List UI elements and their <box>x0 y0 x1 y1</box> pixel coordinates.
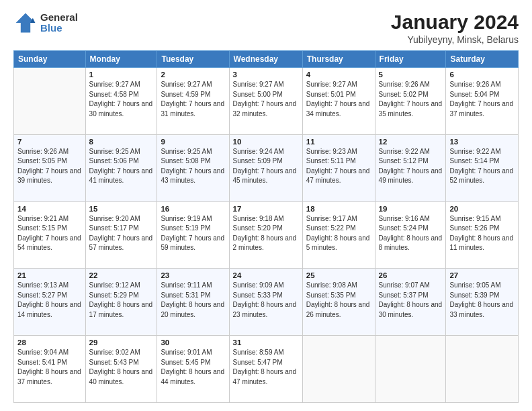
day-number: 21 <box>17 271 82 279</box>
day-detail: Sunrise: 9:22 AM Sunset: 5:12 PM Dayligh… <box>379 147 443 186</box>
sunrise-text: Sunrise: 9:27 AM <box>233 81 284 88</box>
table-row: 11 Sunrise: 9:23 AM Sunset: 5:11 PM Dayl… <box>302 134 375 201</box>
table-row <box>375 336 446 403</box>
day-detail: Sunrise: 9:21 AM Sunset: 5:15 PM Dayligh… <box>17 214 82 253</box>
header-monday: Monday <box>85 51 157 68</box>
sunset-text: Sunset: 5:31 PM <box>161 291 210 299</box>
day-number: 5 <box>379 71 443 79</box>
sunrise-text: Sunrise: 9:13 AM <box>17 281 69 289</box>
sunset-text: Sunset: 5:35 PM <box>306 291 356 299</box>
table-row: 13 Sunrise: 9:22 AM Sunset: 5:14 PM Dayl… <box>446 134 519 201</box>
day-detail: Sunrise: 9:26 AM Sunset: 5:02 PM Dayligh… <box>379 80 443 119</box>
daylight-text: Daylight: 7 hours and 59 minutes. <box>161 234 224 252</box>
sunrise-text: Sunrise: 9:08 AM <box>306 281 357 289</box>
day-detail: Sunrise: 9:05 AM Sunset: 5:39 PM Dayligh… <box>449 281 515 320</box>
day-detail: Sunrise: 9:17 AM Sunset: 5:22 PM Dayligh… <box>306 214 371 253</box>
table-row: 12 Sunrise: 9:22 AM Sunset: 5:12 PM Dayl… <box>375 134 446 201</box>
day-detail: Sunrise: 9:25 AM Sunset: 5:06 PM Dayligh… <box>89 147 154 186</box>
sunrise-text: Sunrise: 9:22 AM <box>379 148 430 155</box>
sunrise-text: Sunrise: 9:25 AM <box>161 148 212 155</box>
daylight-text: Daylight: 8 hours and 30 minutes. <box>379 301 443 318</box>
daylight-text: Daylight: 8 hours and 2 minutes. <box>233 234 297 252</box>
daylight-text: Daylight: 8 hours and 23 minutes. <box>233 301 297 318</box>
table-row: 31 Sunrise: 8:59 AM Sunset: 5:47 PM Dayl… <box>229 336 302 403</box>
sunset-text: Sunset: 5:22 PM <box>306 224 356 232</box>
daylight-text: Daylight: 7 hours and 49 minutes. <box>379 167 443 185</box>
table-row <box>446 336 519 403</box>
page: General Blue January 2024 Yubilyeyny, Mi… <box>0 0 532 411</box>
table-row: 25 Sunrise: 9:08 AM Sunset: 5:35 PM Dayl… <box>302 269 375 336</box>
table-row: 9 Sunrise: 9:25 AM Sunset: 5:08 PM Dayli… <box>157 134 229 201</box>
day-detail: Sunrise: 9:07 AM Sunset: 5:37 PM Dayligh… <box>379 281 443 320</box>
day-detail: Sunrise: 9:27 AM Sunset: 4:59 PM Dayligh… <box>161 80 225 119</box>
daylight-text: Daylight: 8 hours and 40 minutes. <box>89 368 153 385</box>
sunset-text: Sunset: 5:27 PM <box>17 291 67 299</box>
sunrise-text: Sunrise: 9:23 AM <box>306 148 357 155</box>
day-number: 1 <box>89 71 154 79</box>
day-detail: Sunrise: 9:20 AM Sunset: 5:17 PM Dayligh… <box>89 214 154 253</box>
daylight-text: Daylight: 7 hours and 41 minutes. <box>89 167 153 185</box>
table-row: 28 Sunrise: 9:04 AM Sunset: 5:41 PM Dayl… <box>14 336 86 403</box>
sunrise-text: Sunrise: 9:04 AM <box>17 349 69 356</box>
daylight-text: Daylight: 7 hours and 34 minutes. <box>306 100 370 118</box>
day-number: 17 <box>233 205 299 213</box>
day-number: 23 <box>161 271 225 279</box>
sunset-text: Sunset: 5:06 PM <box>89 157 139 165</box>
table-row: 6 Sunrise: 9:26 AM Sunset: 5:04 PM Dayli… <box>446 68 519 135</box>
table-row: 7 Sunrise: 9:26 AM Sunset: 5:05 PM Dayli… <box>14 134 86 201</box>
day-detail: Sunrise: 9:24 AM Sunset: 5:09 PM Dayligh… <box>233 147 299 186</box>
table-row: 26 Sunrise: 9:07 AM Sunset: 5:37 PM Dayl… <box>375 269 446 336</box>
table-row: 19 Sunrise: 9:16 AM Sunset: 5:24 PM Dayl… <box>375 201 446 269</box>
header-sunday: Sunday <box>14 51 86 68</box>
main-title: January 2024 <box>391 11 519 33</box>
table-row <box>302 336 375 403</box>
week-row-3: 21 Sunrise: 9:13 AM Sunset: 5:27 PM Dayl… <box>14 269 519 336</box>
daylight-text: Daylight: 7 hours and 45 minutes. <box>233 167 297 185</box>
logo-icon <box>13 11 38 35</box>
daylight-text: Daylight: 7 hours and 30 minutes. <box>89 100 153 118</box>
sunrise-text: Sunrise: 9:16 AM <box>379 215 430 222</box>
sunset-text: Sunset: 4:58 PM <box>89 91 139 98</box>
header-tuesday: Tuesday <box>157 51 229 68</box>
day-number: 25 <box>306 271 371 279</box>
sunrise-text: Sunrise: 9:11 AM <box>161 281 212 289</box>
week-row-2: 14 Sunrise: 9:21 AM Sunset: 5:15 PM Dayl… <box>14 201 519 269</box>
day-number: 14 <box>17 205 82 213</box>
day-detail: Sunrise: 9:27 AM Sunset: 4:58 PM Dayligh… <box>89 80 154 119</box>
sunset-text: Sunset: 5:17 PM <box>89 224 139 232</box>
table-row: 5 Sunrise: 9:26 AM Sunset: 5:02 PM Dayli… <box>375 68 446 135</box>
sunrise-text: Sunrise: 9:05 AM <box>449 281 500 289</box>
sunset-text: Sunset: 5:43 PM <box>89 359 139 366</box>
day-number: 18 <box>306 205 371 213</box>
daylight-text: Daylight: 8 hours and 8 minutes. <box>379 234 443 252</box>
day-number: 31 <box>233 338 299 347</box>
title-block: January 2024 Yubilyeyny, Minsk, Belarus <box>391 11 519 45</box>
table-row: 17 Sunrise: 9:18 AM Sunset: 5:20 PM Dayl… <box>229 201 302 269</box>
sunrise-text: Sunrise: 9:27 AM <box>89 81 140 88</box>
day-number: 9 <box>161 138 225 146</box>
daylight-text: Daylight: 8 hours and 47 minutes. <box>233 368 297 385</box>
day-detail: Sunrise: 9:11 AM Sunset: 5:31 PM Dayligh… <box>161 281 225 320</box>
sunrise-text: Sunrise: 9:25 AM <box>89 148 140 155</box>
sunset-text: Sunset: 5:02 PM <box>379 91 429 98</box>
day-number: 28 <box>17 338 82 347</box>
daylight-text: Daylight: 7 hours and 37 minutes. <box>449 100 513 118</box>
sunset-text: Sunset: 5:33 PM <box>233 291 283 299</box>
table-row: 29 Sunrise: 9:02 AM Sunset: 5:43 PM Dayl… <box>85 336 157 403</box>
day-detail: Sunrise: 9:22 AM Sunset: 5:14 PM Dayligh… <box>449 147 515 186</box>
table-row: 15 Sunrise: 9:20 AM Sunset: 5:17 PM Dayl… <box>85 201 157 269</box>
sunrise-text: Sunrise: 9:22 AM <box>449 148 500 155</box>
daylight-text: Daylight: 8 hours and 44 minutes. <box>161 368 224 385</box>
table-row: 14 Sunrise: 9:21 AM Sunset: 5:15 PM Dayl… <box>14 201 86 269</box>
header: General Blue January 2024 Yubilyeyny, Mi… <box>13 11 519 45</box>
sunset-text: Sunset: 5:29 PM <box>89 291 139 299</box>
sunrise-text: Sunrise: 9:15 AM <box>449 215 500 222</box>
sunset-text: Sunset: 5:15 PM <box>17 224 67 232</box>
sunset-text: Sunset: 5:01 PM <box>306 91 356 98</box>
sunset-text: Sunset: 5:39 PM <box>449 291 499 299</box>
sunrise-text: Sunrise: 9:26 AM <box>449 81 500 88</box>
logo-text: General Blue <box>40 12 78 34</box>
sunset-text: Sunset: 5:41 PM <box>17 359 67 366</box>
sunset-text: Sunset: 5:14 PM <box>449 157 499 165</box>
table-row: 1 Sunrise: 9:27 AM Sunset: 4:58 PM Dayli… <box>85 68 157 135</box>
